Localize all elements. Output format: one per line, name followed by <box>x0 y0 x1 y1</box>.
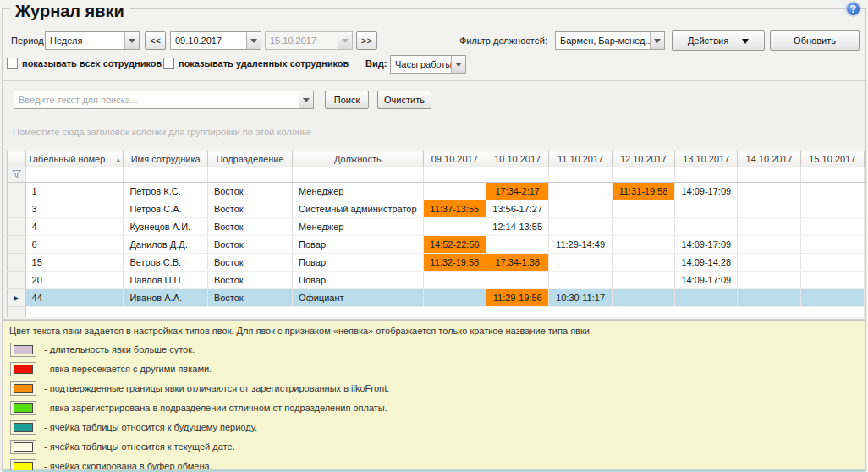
cell-id[interactable]: 1 <box>25 183 124 200</box>
clear-button[interactable]: Очистить <box>377 91 431 109</box>
cell-attendance[interactable] <box>549 272 612 289</box>
cell-position[interactable]: Повар <box>293 236 424 254</box>
column-header-date-12.10.2017[interactable]: 12.10.2017 <box>612 151 674 167</box>
cell-name[interactable]: Петров К.С. <box>124 183 207 200</box>
prev-period-button[interactable]: << <box>145 31 166 50</box>
filter-cell[interactable] <box>207 167 292 183</box>
search-input[interactable] <box>14 91 299 108</box>
filter-cell[interactable] <box>800 167 864 183</box>
cell-position[interactable]: Повар <box>293 254 424 272</box>
show-deleted-checkbox[interactable] <box>163 58 174 69</box>
cell-id[interactable]: 44 <box>25 289 124 307</box>
cell-name[interactable]: Кузнецов А.И. <box>124 218 207 236</box>
show-all-checkbox[interactable] <box>7 58 18 69</box>
period-select[interactable]: Неделя <box>45 31 140 50</box>
cell-attendance[interactable] <box>612 254 674 272</box>
column-header-name[interactable]: Имя сотрудника <box>124 151 207 167</box>
cell-name[interactable]: Павлов П.П. <box>124 272 207 289</box>
filter-cell[interactable] <box>675 167 738 183</box>
cell-attendance[interactable]: 17:34-1:38 <box>486 254 548 272</box>
filter-cell[interactable] <box>124 167 207 183</box>
cell-attendance[interactable] <box>423 183 486 200</box>
cell-attendance[interactable]: 14:52-22:56 <box>423 236 486 254</box>
cell-id[interactable]: 4 <box>25 218 124 236</box>
cell-id[interactable]: 3 <box>25 200 124 218</box>
cell-department[interactable]: Восток <box>207 183 292 200</box>
cell-attendance[interactable]: 11:37-13:55 <box>423 200 486 218</box>
table-row[interactable]: 20Павлов П.П.ВостокПовар14:09-17:09 <box>8 272 865 289</box>
cell-attendance[interactable] <box>675 200 738 218</box>
cell-name[interactable]: Ветров С.В. <box>124 254 207 272</box>
column-header-date-10.10.2017[interactable]: 10.10.2017 <box>486 151 548 167</box>
cell-attendance[interactable]: 11:31-19:58 <box>612 183 674 200</box>
cell-attendance[interactable] <box>738 272 800 289</box>
cell-id[interactable]: 20 <box>25 272 124 289</box>
cell-attendance[interactable] <box>423 218 486 236</box>
column-header-id[interactable]: Табельный номер▲ <box>25 151 124 167</box>
column-header-date-13.10.2017[interactable]: 13.10.2017 <box>675 151 738 167</box>
actions-button[interactable]: Действия <box>672 30 765 51</box>
cell-name[interactable]: Данилов Д.Д. <box>124 236 207 254</box>
cell-attendance[interactable] <box>423 289 486 307</box>
filter-cell[interactable] <box>423 167 486 183</box>
search-button[interactable]: Поиск <box>325 91 369 109</box>
cell-attendance[interactable] <box>800 254 864 272</box>
cell-attendance[interactable] <box>549 200 612 218</box>
cell-attendance[interactable]: 13:56-17:27 <box>486 200 548 218</box>
column-header-date-15.10.2017[interactable]: 15.10.2017 <box>800 151 864 167</box>
filter-cell[interactable] <box>738 167 800 183</box>
cell-department[interactable]: Восток <box>207 289 292 307</box>
chevron-down-icon[interactable] <box>299 91 313 108</box>
column-header-position[interactable]: Должность <box>293 151 424 167</box>
cell-attendance[interactable] <box>738 183 800 200</box>
cell-department[interactable]: Восток <box>207 254 292 272</box>
cell-attendance[interactable] <box>800 236 864 254</box>
cell-name[interactable]: Иванов А.А. <box>124 289 207 307</box>
cell-attendance[interactable] <box>549 254 612 272</box>
cell-position[interactable]: Повар <box>293 272 424 289</box>
cell-attendance[interactable]: 10:30-11:17 <box>549 289 612 307</box>
filter-cell[interactable] <box>549 167 612 183</box>
cell-attendance[interactable]: 14:09-17:09 <box>675 236 738 254</box>
cell-attendance[interactable] <box>800 218 864 236</box>
column-header-date-14.10.2017[interactable]: 14.10.2017 <box>738 151 800 167</box>
cell-attendance[interactable] <box>800 200 864 218</box>
cell-id[interactable]: 15 <box>25 254 124 272</box>
cell-attendance[interactable] <box>800 183 864 200</box>
view-select[interactable]: Часы работы <box>390 55 466 74</box>
cell-attendance[interactable] <box>612 289 674 307</box>
positions-filter-select[interactable]: Бармен, Бар-менед... <box>555 31 665 50</box>
cell-position[interactable]: Менеджер <box>293 218 424 236</box>
cell-attendance[interactable] <box>738 218 800 236</box>
cell-attendance[interactable] <box>738 289 800 307</box>
filter-funnel-icon[interactable] <box>8 167 26 183</box>
date-from-select[interactable]: 09.10.2017 <box>170 31 261 50</box>
cell-position[interactable]: Официант <box>293 289 424 307</box>
cell-department[interactable]: Восток <box>207 200 292 218</box>
filter-cell[interactable] <box>25 167 124 183</box>
cell-position[interactable]: Менеджер <box>293 183 424 200</box>
table-row[interactable]: 3Петров С.А.ВостокСистемный администрато… <box>8 200 865 218</box>
column-header-date-09.10.2017[interactable]: 09.10.2017 <box>423 151 486 167</box>
cell-attendance[interactable] <box>486 272 548 289</box>
cell-attendance[interactable]: 11:29-14:49 <box>549 236 612 254</box>
cell-attendance[interactable]: 14:09-17:09 <box>675 272 738 289</box>
cell-attendance[interactable] <box>675 289 738 307</box>
cell-position[interactable]: Системный администратор <box>293 200 424 218</box>
cell-attendance[interactable] <box>800 272 864 289</box>
cell-attendance[interactable] <box>549 183 612 200</box>
cell-attendance[interactable]: 12:14-13:55 <box>486 218 548 236</box>
cell-attendance[interactable]: 14:09-14:28 <box>675 254 738 272</box>
cell-attendance[interactable]: 11:32-19:58 <box>423 254 486 272</box>
cell-attendance[interactable] <box>675 218 738 236</box>
cell-attendance[interactable] <box>738 254 800 272</box>
column-header-department[interactable]: Подразделение <box>207 151 292 167</box>
cell-id[interactable]: 6 <box>25 236 124 254</box>
cell-attendance[interactable] <box>612 272 674 289</box>
group-by-hint[interactable]: Поместите сюда заголовок колонки для гру… <box>3 118 865 146</box>
table-row[interactable]: 6Данилов Д.Д.ВостокПовар14:52-22:5611:29… <box>8 236 865 254</box>
column-header-date-11.10.2017[interactable]: 11.10.2017 <box>549 151 612 167</box>
cell-attendance[interactable] <box>738 236 800 254</box>
table-row[interactable]: 15Ветров С.В.ВостокПовар11:32-19:5817:34… <box>8 254 865 272</box>
cell-attendance[interactable] <box>612 236 674 254</box>
